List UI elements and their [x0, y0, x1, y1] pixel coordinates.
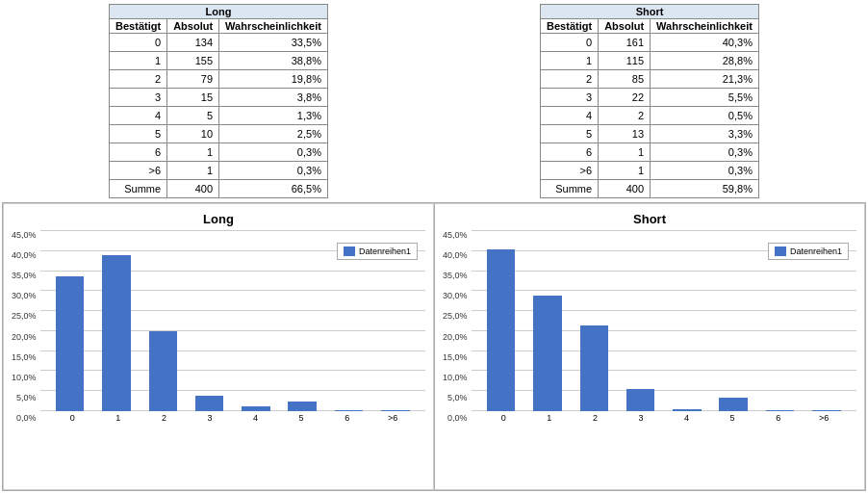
y-axis-label: 30,0%	[443, 291, 468, 300]
x-axis-label: 1	[526, 413, 573, 423]
cell-absolut: 10	[167, 125, 219, 143]
summe-label: Summe	[110, 180, 167, 198]
short-chart-container: Short 45,0%40,0%35,0%30,0%25,0%20,0%15,0…	[434, 203, 865, 490]
bar	[102, 255, 131, 411]
cell-absolut: 1	[167, 162, 219, 180]
bar	[812, 410, 841, 411]
table-row: 3 15 3,8%	[110, 89, 328, 107]
bar	[487, 249, 516, 411]
cell-absolut: 22	[599, 89, 651, 107]
cell-wahrsch: 0,3%	[219, 143, 328, 162]
short-table-title: Short	[541, 5, 759, 19]
bar	[381, 410, 410, 411]
cell-bestatigt: 4	[541, 107, 599, 125]
cell-absolut: 161	[599, 34, 651, 52]
cell-wahrsch: 19,8%	[219, 70, 328, 89]
cell-bestatigt: 6	[110, 143, 167, 162]
y-axis-label: 45,0%	[12, 230, 37, 240]
cell-wahrsch: 0,5%	[651, 107, 759, 125]
y-axis-label: 25,0%	[12, 311, 37, 321]
cell-bestatigt: 0	[541, 34, 599, 52]
table-row: >6 1 0,3%	[541, 162, 759, 180]
cell-bestatigt: 3	[541, 89, 599, 107]
long-table-title: Long	[110, 5, 328, 19]
cell-absolut: 134	[167, 34, 219, 52]
long-chart-legend: Datenreihen1	[337, 243, 418, 260]
y-axis-label: 40,0%	[12, 250, 37, 260]
x-axis-label: 0	[50, 413, 96, 423]
cell-absolut: 13	[599, 125, 651, 143]
bar-group	[282, 230, 322, 411]
bar-group	[189, 230, 229, 411]
x-axis-label: 3	[618, 413, 664, 423]
long-y-axis: 45,0%40,0%35,0%30,0%25,0%20,0%15,0%10,0%…	[12, 230, 37, 423]
bar-group	[667, 230, 707, 411]
cell-wahrsch: 33,5%	[219, 34, 328, 52]
cell-absolut: 1	[599, 162, 651, 180]
y-axis-label: 5,0%	[12, 393, 37, 402]
cell-bestatigt: 2	[541, 70, 599, 89]
table-row: 5 10 2,5%	[110, 125, 328, 143]
bar-group	[713, 230, 753, 411]
cell-wahrsch: 38,8%	[219, 52, 328, 70]
cell-absolut: 5	[167, 107, 219, 125]
bar	[626, 389, 655, 411]
short-table: Short Bestätigt Absolut Wahrscheinlichke…	[540, 4, 759, 198]
x-axis-label: 5	[709, 413, 755, 423]
y-axis-label: 5,0%	[443, 393, 468, 402]
cell-absolut: 1	[167, 143, 219, 162]
table-row: 0 134 33,5%	[110, 34, 328, 52]
y-axis-label: 0,0%	[443, 413, 468, 423]
short-y-axis: 45,0%40,0%35,0%30,0%25,0%20,0%15,0%10,0%…	[443, 230, 468, 423]
summe-wahrsch: 66,5%	[219, 180, 328, 198]
y-axis-label: 20,0%	[443, 332, 468, 342]
bar-group	[50, 230, 90, 411]
cell-wahrsch: 21,3%	[651, 70, 759, 89]
y-axis-label: 15,0%	[12, 352, 37, 362]
cell-bestatigt: 2	[110, 70, 167, 89]
cell-wahrsch: 40,3%	[651, 34, 759, 52]
bar-group	[142, 230, 183, 411]
long-legend-label: Datenreihen1	[359, 246, 411, 256]
bar	[195, 396, 224, 411]
long-col-wahrsch: Wahrscheinlichkeit	[219, 19, 328, 34]
y-axis-label: 10,0%	[12, 373, 37, 382]
short-col-wahrsch: Wahrscheinlichkeit	[651, 19, 759, 34]
x-axis-label: 6	[324, 413, 370, 423]
y-axis-label: 10,0%	[443, 373, 468, 382]
summe-label: Summe	[541, 180, 599, 198]
table-row: 5 13 3,3%	[541, 125, 759, 143]
y-axis-label: 35,0%	[12, 271, 37, 280]
summe-wahrsch: 59,8%	[651, 180, 759, 198]
cell-wahrsch: 0,3%	[651, 143, 759, 162]
summe-row: Summe 400 59,8%	[541, 180, 759, 198]
cell-bestatigt: 5	[541, 125, 599, 143]
summe-absolut: 400	[599, 180, 651, 198]
y-axis-label: 20,0%	[12, 332, 37, 342]
bar-group	[96, 230, 137, 411]
cell-wahrsch: 3,3%	[651, 125, 759, 143]
bar	[288, 402, 317, 411]
table-row: 0 161 40,3%	[541, 34, 759, 52]
table-row: 2 85 21,3%	[541, 70, 759, 89]
x-axis-label: >6	[370, 413, 416, 423]
x-axis-label: 5	[278, 413, 324, 423]
cell-wahrsch: 0,3%	[651, 162, 759, 180]
cell-bestatigt: 6	[541, 143, 599, 162]
bar	[335, 410, 364, 411]
charts-section: Long 45,0%40,0%35,0%30,0%25,0%20,0%15,0%…	[2, 202, 866, 491]
x-axis-label: 2	[573, 413, 619, 423]
short-col-bestatigt: Bestätigt	[541, 19, 599, 34]
cell-wahrsch: 2,5%	[219, 125, 328, 143]
x-axis-label: 4	[233, 413, 279, 423]
bar-group	[236, 230, 276, 411]
cell-wahrsch: 1,3%	[219, 107, 328, 125]
cell-bestatigt: >6	[541, 162, 599, 180]
table-row: 2 79 19,8%	[110, 70, 328, 89]
main-container: Long Bestätigt Absolut Wahrscheinlichkei…	[0, 0, 868, 493]
table-row: 6 1 0,3%	[110, 143, 328, 162]
table-row: >6 1 0,3%	[110, 162, 328, 180]
cell-wahrsch: 3,8%	[219, 89, 328, 107]
bar	[719, 398, 748, 411]
bar-group	[527, 230, 568, 411]
